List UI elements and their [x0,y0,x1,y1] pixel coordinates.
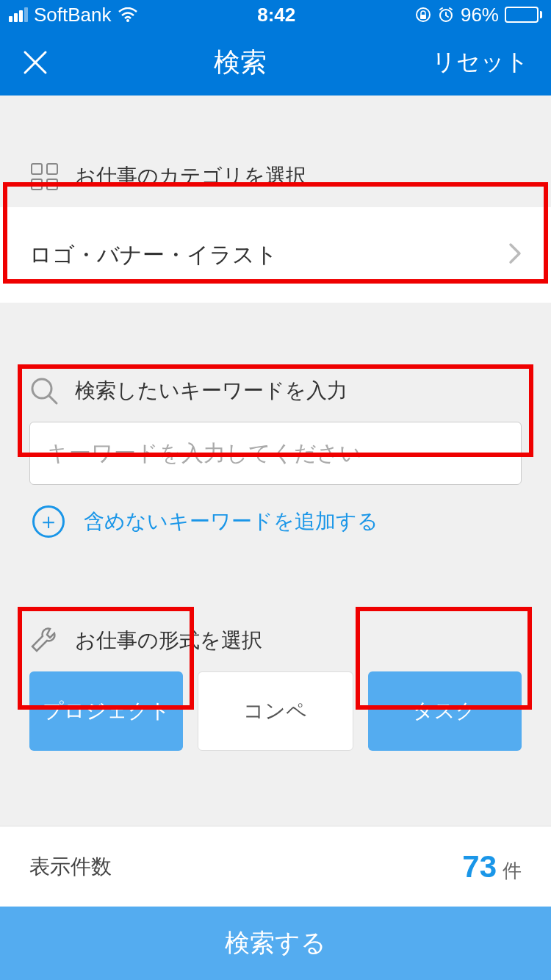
category-section-header: お仕事のカテゴリを選択 [0,132,551,207]
status-bar: SoftBank 8:42 96% [0,0,551,29]
battery-pct-label: 96% [461,4,499,26]
svg-rect-2 [420,15,426,19]
alarm-icon [437,6,455,24]
search-icon [29,376,59,406]
results-count: 73 [462,849,497,884]
page-title: 検索 [214,45,267,81]
reset-button[interactable]: リセット [432,46,529,79]
signal-icon [9,7,28,22]
svg-point-0 [126,19,129,22]
add-exclude-label: 含めないキーワードを追加する [84,508,378,536]
keyword-section-header: 検索したいキーワードを入力 [0,347,551,422]
carrier-label: SoftBank [34,4,112,26]
results-unit: 件 [503,858,522,884]
category-select-row[interactable]: ロゴ・バナー・イラスト [0,207,551,303]
svg-line-7 [49,396,57,403]
plus-icon: ＋ [32,505,65,538]
keyword-section-label: 検索したいキーワードを入力 [75,377,347,405]
format-option-task[interactable]: タスク [368,671,522,751]
battery-icon [505,7,542,23]
grid-icon [29,162,59,191]
wifi-icon [118,7,138,22]
format-option-project[interactable]: プロジェクト [29,671,183,751]
status-left: SoftBank [9,4,138,26]
chevron-right-icon [508,242,522,267]
status-right: 96% [415,4,542,26]
category-value: ロゴ・バナー・イラスト [29,240,278,270]
format-option-compe[interactable]: コンペ [198,671,353,751]
add-exclude-keyword-button[interactable]: ＋ 含めないキーワードを追加する [0,485,551,558]
format-section-label: お仕事の形式を選択 [75,627,262,655]
category-section-label: お仕事のカテゴリを選択 [75,162,306,190]
format-section-header: お仕事の形式を選択 [0,597,551,671]
orientation-lock-icon [415,7,431,23]
search-button[interactable]: 検索する [0,907,551,980]
wrench-icon [29,626,59,655]
nav-bar: 検索 リセット [0,29,551,96]
status-time: 8:42 [257,4,295,26]
close-button[interactable] [22,49,48,76]
results-bar: 表示件数 73 件 [0,826,551,907]
results-label: 表示件数 [29,853,112,881]
keyword-input[interactable] [29,422,522,485]
